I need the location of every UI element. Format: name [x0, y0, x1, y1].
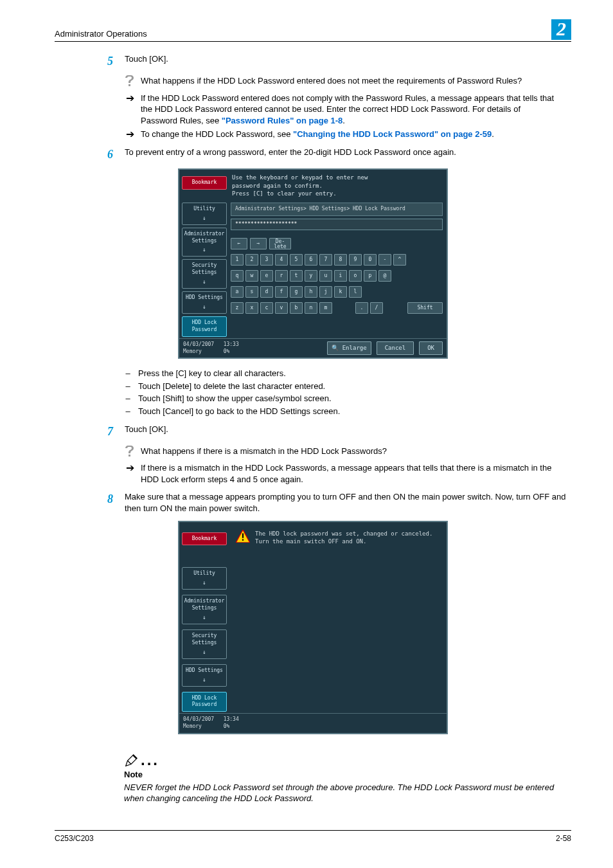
cancel-button[interactable]: Cancel	[377, 341, 414, 354]
key-s[interactable]: s	[245, 286, 258, 298]
key-q[interactable]: q	[231, 270, 244, 282]
key-g[interactable]: g	[290, 286, 303, 298]
chapter-number-badge: 2	[551, 19, 571, 40]
bullet-text: Touch [Cancel] to go back to the HDD Set…	[138, 406, 340, 417]
key-^[interactable]: ^	[393, 254, 406, 266]
sidebar-utility[interactable]: Utility↓	[182, 567, 227, 590]
svg-rect-1	[242, 539, 244, 540]
bullet-text: Touch [Delete] to delete the last charac…	[138, 381, 325, 392]
bookmark-button[interactable]: Bookmark	[182, 532, 227, 546]
answer-pre: To change the HDD Lock Password, see	[141, 129, 293, 139]
key-x[interactable]: x	[245, 302, 258, 314]
sidebar-hdd-lock-password[interactable]: HDD Lock Password	[182, 316, 227, 337]
key-r[interactable]: r	[275, 270, 288, 282]
answer-pre: If the HDD Lock Password entered does no…	[141, 93, 554, 125]
cursor-left-button[interactable]: ←	[231, 238, 247, 249]
sidebar-admin-settings[interactable]: Administrator Settings↓	[182, 595, 227, 624]
question-text: What happens if there is a mismatch in t…	[141, 446, 558, 460]
key-punct[interactable]: /	[370, 302, 383, 314]
step-5: 5 Touch [OK].	[55, 53, 571, 69]
step-number: 6	[103, 147, 113, 162]
sidebar-security-settings[interactable]: Security Settings↓	[182, 629, 227, 659]
key-d[interactable]: d	[260, 286, 273, 298]
key-3[interactable]: 3	[260, 254, 273, 266]
key-b[interactable]: b	[290, 302, 303, 314]
device-main: The HDD lock password was set, changed o…	[229, 522, 447, 714]
key-6[interactable]: 6	[305, 254, 317, 266]
note-icon: ...	[124, 747, 571, 768]
password-rules-link[interactable]: "Password Rules" on page 1-8	[222, 116, 343, 125]
key-4[interactable]: 4	[275, 254, 288, 266]
key-i[interactable]: i	[334, 270, 347, 282]
key-a[interactable]: a	[231, 286, 244, 298]
bullet-item: –Touch [Cancel] to go back to the HDD Se…	[124, 406, 571, 417]
key--[interactable]: -	[378, 254, 391, 266]
keyboard-row-2: qwertyuiop@	[231, 270, 443, 282]
key-t[interactable]: t	[290, 270, 303, 282]
bullet-text: Press the [C] key to clear all character…	[138, 368, 286, 379]
key-0[interactable]: 0	[364, 254, 377, 266]
key-1[interactable]: 1	[231, 254, 244, 266]
answer-row: ➔ If there is a mismatch in the HDD Lock…	[124, 462, 571, 485]
key-5[interactable]: 5	[290, 254, 303, 266]
key-o[interactable]: o	[349, 270, 362, 282]
delete-button[interactable]: De- lete	[269, 238, 291, 249]
key-z[interactable]: z	[231, 302, 244, 314]
step-number: 7	[103, 424, 113, 439]
bookmark-button[interactable]: Bookmark	[182, 176, 227, 190]
key-punct[interactable]: .	[355, 302, 368, 314]
footer-date: 04/03/2007 13:34 Memory 0%	[183, 716, 239, 730]
device-sidebar: Utility↓ Administrator Settings↓ Securit…	[179, 201, 229, 338]
answer-row: ➔ To change the HDD Lock Password, see "…	[124, 129, 571, 140]
changing-hdd-lock-password-link[interactable]: "Changing the HDD Lock Password" on page…	[293, 129, 492, 139]
sidebar-hdd-settings[interactable]: HDD Settings↓	[182, 664, 227, 687]
key-9[interactable]: 9	[349, 254, 362, 266]
sidebar-security-settings[interactable]: Security Settings↓	[182, 259, 227, 289]
key-7[interactable]: 7	[319, 254, 332, 266]
key-k[interactable]: k	[334, 286, 347, 298]
key-p[interactable]: p	[364, 270, 377, 282]
bullet-item: –Touch [Delete] to delete the last chara…	[124, 381, 571, 392]
cursor-right-button[interactable]: →	[250, 238, 267, 249]
device-breadcrumb: Administrator Settings> HDD Settings> HD…	[231, 203, 443, 216]
key-h[interactable]: h	[305, 286, 317, 298]
key-f[interactable]: f	[275, 286, 288, 298]
key-y[interactable]: y	[305, 270, 317, 282]
device-screenshot-2: Bookmark Utility↓ Administrator Settings…	[55, 521, 571, 734]
arrow-icon: ➔	[124, 462, 136, 485]
key-j[interactable]: j	[319, 286, 332, 298]
key-u[interactable]: u	[319, 270, 332, 282]
enlarge-button[interactable]: 🔍 Enlarge	[327, 341, 371, 354]
password-input[interactable]: ********************	[231, 219, 443, 231]
key-l[interactable]: l	[349, 286, 362, 298]
keyboard-row-3: asdfghjkl	[231, 286, 443, 298]
pencil-icon	[124, 754, 138, 768]
key-n[interactable]: n	[305, 302, 317, 314]
step-number: 5	[103, 53, 113, 69]
question-row: What happens if there is a mismatch in t…	[124, 446, 571, 460]
key-8[interactable]: 8	[334, 254, 347, 266]
ok-button[interactable]: OK	[419, 341, 443, 354]
key-@[interactable]: @	[378, 270, 391, 282]
dash-icon: –	[124, 381, 132, 392]
key-w[interactable]: w	[245, 270, 258, 282]
key-c[interactable]: c	[260, 302, 273, 314]
device-main: Administrator Settings> HDD Settings> HD…	[229, 201, 447, 338]
sidebar-admin-settings[interactable]: Administrator Settings↓	[182, 228, 227, 257]
note-ellipsis-icon: ...	[141, 750, 159, 770]
key-m[interactable]: m	[319, 302, 332, 314]
key-v[interactable]: v	[275, 302, 288, 314]
key-e[interactable]: e	[260, 270, 273, 282]
shift-button[interactable]: Shift	[407, 302, 443, 314]
question-text: What happens if the HDD Lock Password en…	[141, 75, 558, 90]
answer-text: If the HDD Lock Password entered does no…	[141, 93, 558, 127]
sidebar-utility[interactable]: Utility↓	[182, 203, 227, 225]
step-6: 6 To prevent entry of a wrong password, …	[55, 147, 571, 162]
page-footer: C253/C203 2-58	[55, 830, 571, 844]
question-icon	[124, 75, 136, 90]
note-heading: Note	[124, 769, 571, 781]
arrow-icon: ➔	[124, 93, 136, 127]
sidebar-hdd-lock-password[interactable]: HDD Lock Password	[182, 692, 227, 712]
key-2[interactable]: 2	[245, 254, 258, 266]
sidebar-hdd-settings[interactable]: HDD Settings↓	[182, 291, 227, 314]
